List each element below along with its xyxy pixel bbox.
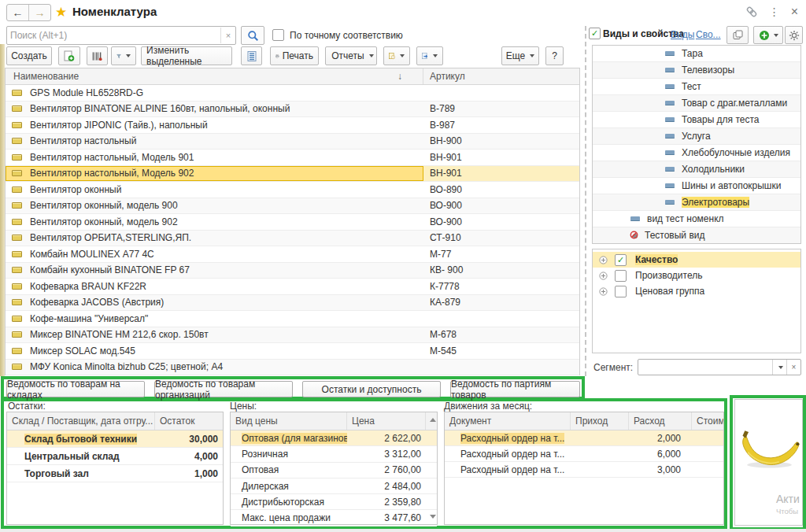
table-row[interactable]: Миксер BINATONE HM 212,6 скор. 150втМ-67… [6,327,579,344]
create-button[interactable]: Создать [6,46,52,65]
prices-column-header[interactable]: Цена [347,412,426,430]
kind-list-item[interactable]: Тара [593,46,800,62]
favorite-star-icon[interactable]: ★ [55,4,67,20]
back-button[interactable]: ← [7,5,28,20]
property-checkbox[interactable] [615,286,627,297]
load-data-button[interactable] [416,46,443,65]
scroll-up-icon[interactable] [430,418,436,422]
scroll-down-icon[interactable] [430,515,436,519]
panel-splitter[interactable] [585,26,586,376]
property-checkbox[interactable]: ✓ [615,254,627,266]
column-header-article[interactable]: Артикул [423,68,579,84]
stock-column-header[interactable]: Остаток [155,412,223,430]
table-row[interactable]: Вентилятор настольныйВН-900 [6,134,579,150]
table-row[interactable]: Миксер SOLAC мод.545М-545 [6,343,579,360]
list-settings-button[interactable] [241,46,262,65]
kinds-props-checkbox[interactable]: ✓ [589,28,601,39]
table-row[interactable]: Вентилятор настольный, Модель 902ВН-901 [6,166,579,183]
table-row[interactable]: Кофе-машина "Универсал" [6,311,579,327]
stock-column-header[interactable]: Склад / Поставщик, дата отгру... [7,412,155,430]
kind-list-item[interactable]: Шины и автопокрышки [593,178,800,194]
price-row[interactable]: Макс. цена продажи3 477,60 [231,510,437,526]
props-link[interactable]: Сво... [696,29,721,40]
stock-row[interactable]: Центральный склад4,000 [7,448,223,465]
exact-match-checkbox[interactable] [272,29,284,41]
help-button[interactable]: ? [545,46,564,65]
price-row[interactable]: Дилерская2 484,00 [231,478,437,494]
table-row[interactable]: Вентилятор настольный, Модель 901ВН-901 [6,150,579,166]
price-row[interactable]: Оптовая2 760,00 [231,463,437,478]
report-button[interactable]: Ведомость по партиям товаров [450,381,580,397]
copy-button[interactable] [727,26,749,44]
kind-list-item[interactable]: Хлебобулочные изделия [593,145,800,161]
expand-icon[interactable] [599,287,608,296]
table-row[interactable]: Вентилятор оконный, модель 900ВО-900 [6,198,579,215]
settings-button[interactable] [785,26,803,44]
movements-column-header[interactable]: Расход [629,412,692,430]
add-button[interactable] [753,26,783,44]
kind-list-item[interactable]: Электротовары [593,194,800,211]
price-row[interactable]: Оптовая (для магазинов)2 622,00 [231,430,437,446]
link-icon[interactable] [745,6,758,18]
segment-dropdown-button[interactable] [772,360,786,375]
report-button[interactable]: Остатки и доступность [302,381,441,397]
property-row[interactable]: Производитель [593,268,800,283]
kind-list-item[interactable]: вид тест номенкл [593,211,800,227]
search-button[interactable] [241,26,264,45]
stock-row[interactable]: Торговый зал1,000 [7,465,223,482]
table-row[interactable]: Вентилятор оконный, модель 902ВО-900 [6,214,579,231]
print-button[interactable]: Печать [270,46,319,65]
movement-row[interactable]: Расходный ордер на т...3,000 [445,462,723,478]
movements-column-header[interactable]: Документ [445,412,571,430]
table-row[interactable]: МФУ Konica Minolta bizhub C25; цветной; … [6,360,579,376]
kind-list-item[interactable]: Холодильники [593,161,800,178]
kinds-link[interactable]: Виды [671,29,694,40]
segment-combobox[interactable]: × [638,359,801,375]
edit-selected-button[interactable]: Изменить выделенные [141,46,232,65]
close-icon[interactable]: × [791,6,798,17]
more-button[interactable]: Еще [501,46,539,65]
create-group-button[interactable] [58,46,80,65]
search-input[interactable] [7,28,220,42]
table-row[interactable]: Кофеварка JACOBS (Австрия)КА-879 [6,295,579,312]
column-header-name[interactable]: Наименование ↓ [6,68,423,84]
property-checkbox[interactable] [615,270,627,282]
kind-list-item[interactable]: Тестовый вид [593,227,800,244]
filter-button[interactable] [111,46,136,65]
window-menu-icon[interactable]: ⋮ [769,6,780,17]
report-button[interactable]: Ведомость по товарам организаций [154,381,293,397]
price-row[interactable]: Розничная3 312,00 [231,446,437,462]
prices-column-header[interactable]: Вид цены [231,412,347,430]
recent-docs-button[interactable] [383,46,410,65]
movement-row[interactable]: Расходный ордер на т...2,000 [445,430,723,446]
table-row[interactable]: Вентилятор ОРБИТА,STERLING,ЯП.СТ-910 [6,231,579,247]
kind-list-item[interactable]: Товары для теста [593,112,800,128]
property-row[interactable]: Ценовая группа [593,283,800,299]
expand-icon[interactable] [599,272,608,280]
table-row[interactable]: Вентилятор BINATONE ALPINE 160вт, наполь… [6,102,579,118]
expand-icon[interactable] [599,256,608,264]
movements-column-header[interactable]: Приход [571,412,629,430]
segment-clear-button[interactable]: × [786,360,800,375]
forward-button[interactable]: → [28,5,50,20]
table-row[interactable]: Вентилятор оконныйВО-890 [6,182,579,198]
table-row[interactable]: Комбайн кухонный BINATONE FP 67КВ- 900 [6,263,579,279]
kind-list-item[interactable]: Товар с драг.металлами [593,95,800,112]
report-button[interactable]: Ведомость по товарам на складах [6,381,145,397]
kind-list-item[interactable]: Телевизоры [593,62,800,79]
search-clear-icon[interactable]: × [220,28,235,43]
item-icon [12,364,22,370]
movement-row[interactable]: Расходный ордер на т...6,000 [445,446,723,462]
property-row[interactable]: ✓Качество [593,252,800,268]
table-row[interactable]: Кофеварка BRAUN KF22RК-7778 [6,279,579,295]
table-row[interactable]: Комбайн MOULINEX А77 4СМ-77 [6,246,579,263]
kind-list-item[interactable]: Услуга [593,128,800,145]
kind-list-item[interactable]: Тест [593,79,800,95]
barcode-button[interactable] [87,46,108,65]
table-row[interactable]: Вентилятор JIPONIC (Тайв.), напольныйВ-9… [6,117,579,134]
stock-row[interactable]: Склад бытовой техники30,000 [7,430,223,448]
price-row[interactable]: Дистрибьюторская2 359,80 [231,494,437,510]
table-row[interactable]: GPS Module HL6528RD-G [6,85,579,102]
reports-button[interactable]: Отчеты [325,46,377,65]
movements-column-header[interactable]: Стоимость [692,412,723,430]
